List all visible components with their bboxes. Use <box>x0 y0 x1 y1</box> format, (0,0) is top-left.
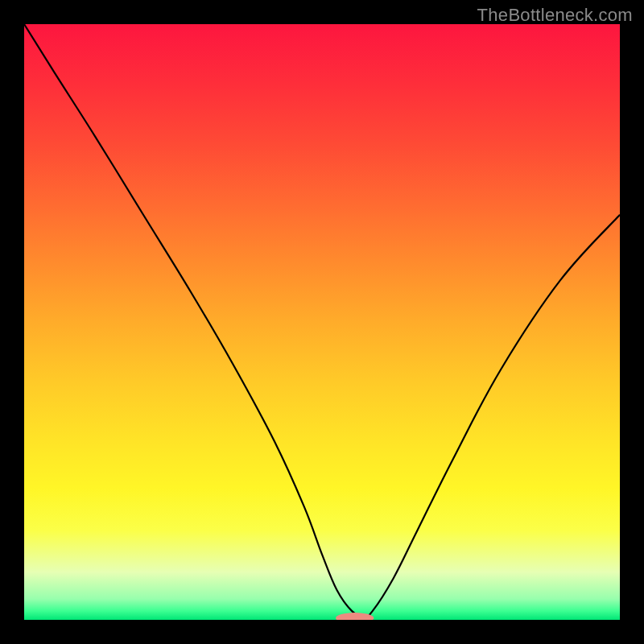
plot-area <box>24 24 620 620</box>
bottleneck-chart <box>24 24 620 620</box>
watermark-text: TheBottleneck.com <box>477 5 633 26</box>
chart-frame: TheBottleneck.com <box>0 0 644 644</box>
